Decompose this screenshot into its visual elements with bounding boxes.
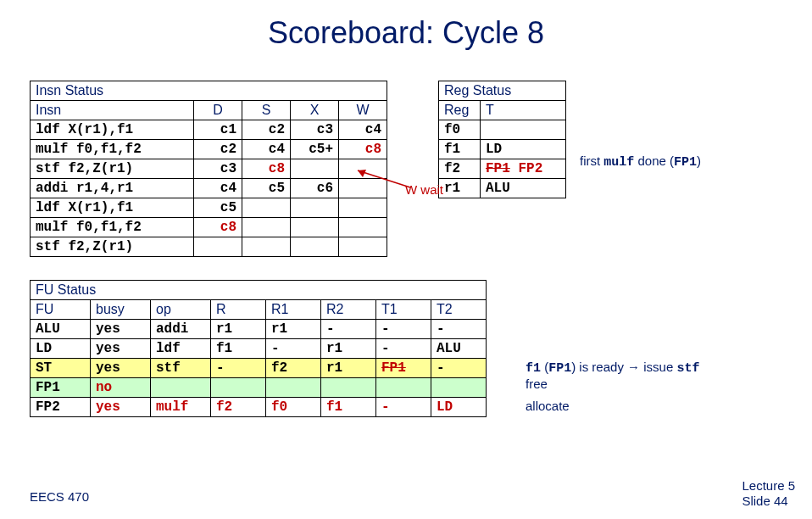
text: )	[697, 153, 701, 168]
annot-first-mulf: first mulf done (FP1)	[580, 153, 701, 170]
reg-t-new: FP2	[518, 161, 542, 176]
table-cell: FP1 FP2	[481, 159, 566, 179]
table-cell	[211, 378, 266, 398]
fu-col-op: op	[151, 300, 211, 320]
text: first	[580, 153, 603, 168]
table-cell: stf f2,Z(r1)	[31, 159, 194, 179]
annot-wwait: W wait	[405, 182, 443, 197]
table-cell: ldf X(r1),f1	[31, 198, 194, 218]
table-cell: c2	[194, 140, 242, 159]
table-cell: ST	[31, 359, 91, 378]
code: f1	[526, 361, 541, 376]
table-cell: yes	[91, 359, 151, 378]
table-cell: ldf	[151, 339, 211, 359]
table-cell: r1	[321, 339, 376, 359]
table-cell: r1	[211, 320, 266, 339]
table-cell	[376, 378, 431, 398]
table-cell: c2	[242, 120, 291, 140]
footer-right: Lecture 5 Slide 44	[742, 478, 795, 509]
table-cell: mulf f0,f1,f2	[31, 140, 194, 159]
table-cell: f2	[266, 359, 321, 378]
insn-col-x: X	[291, 101, 339, 120]
table-cell: LD	[431, 398, 487, 417]
code: mulf	[603, 155, 634, 170]
table-cell: f0	[439, 120, 481, 140]
footer-slide: Slide 44	[742, 494, 795, 509]
annot-st-issue: f1 (FP1) is ready → issue stf	[526, 360, 699, 377]
table-cell	[194, 237, 242, 257]
table-cell: c1	[194, 120, 242, 140]
reg-status-table: Reg Status Reg T f0 f1 LD f2 FP1 FP2 r1 …	[438, 81, 566, 198]
table-cell: c4	[242, 140, 291, 159]
table-cell: -	[431, 359, 487, 378]
table-cell: -	[211, 359, 266, 378]
table-cell: c3	[194, 159, 242, 179]
table-cell: c5+	[291, 140, 339, 159]
table-cell	[339, 218, 387, 237]
table-cell	[291, 159, 339, 179]
table-cell: FP1	[376, 359, 431, 378]
text: ) is ready	[571, 360, 627, 374]
table-cell: yes	[91, 398, 151, 417]
table-cell: c6	[291, 179, 339, 198]
table-cell	[242, 237, 291, 257]
table-cell	[431, 378, 487, 398]
table-cell: r1	[266, 320, 321, 339]
table-cell: ALU	[31, 320, 91, 339]
table-cell: stf f2,Z(r1)	[31, 237, 194, 257]
table-cell	[291, 218, 339, 237]
table-cell: c8	[194, 218, 242, 237]
table-cell: -	[376, 339, 431, 359]
table-cell: r1	[439, 179, 481, 198]
code: FP1	[674, 155, 697, 170]
fu-col-t2: T2	[431, 300, 487, 320]
table-cell: addi	[151, 320, 211, 339]
table-cell: yes	[91, 320, 151, 339]
table-cell: -	[376, 320, 431, 339]
table-cell: ALU	[431, 339, 487, 359]
table-cell	[266, 378, 321, 398]
table-cell: f1	[211, 339, 266, 359]
table-cell	[151, 378, 211, 398]
table-cell: c5	[194, 198, 242, 218]
table-cell: ldf X(r1),f1	[31, 120, 194, 140]
table-cell	[291, 198, 339, 218]
svg-line-0	[358, 170, 410, 187]
insn-col-s: S	[242, 101, 291, 120]
table-cell: FP1	[31, 378, 91, 398]
insn-col-w: W	[339, 101, 387, 120]
table-cell: f1	[439, 140, 481, 159]
footer-lecture: Lecture 5	[742, 478, 795, 494]
table-cell: -	[266, 339, 321, 359]
reg-t-old: FP1	[486, 161, 510, 176]
table-cell	[321, 378, 376, 398]
annot-allocate: allocate	[526, 399, 570, 414]
table-cell: stf	[151, 359, 211, 378]
table-cell: r1	[321, 359, 376, 378]
slide-title: Scoreboard: Cycle 8	[0, 0, 812, 51]
table-cell: LD	[31, 339, 91, 359]
table-cell: -	[376, 398, 431, 417]
fu-col-r: R	[211, 300, 266, 320]
insn-col-insn: Insn	[31, 101, 194, 120]
table-cell: f2	[439, 159, 481, 179]
insn-header: Insn Status	[31, 81, 387, 101]
reg-col-reg: Reg	[439, 101, 481, 120]
table-cell: addi r1,4,r1	[31, 179, 194, 198]
table-cell: c4	[194, 179, 242, 198]
table-cell: f2	[211, 398, 266, 417]
text: done (	[634, 153, 674, 168]
code: FP1	[548, 361, 571, 376]
table-cell: c5	[242, 179, 291, 198]
fu-col-t1: T1	[376, 300, 431, 320]
table-cell	[242, 218, 291, 237]
table-cell	[242, 198, 291, 218]
fu-status-table: FU Status FU busy op R R1 R2 T1 T2 ALU y…	[30, 280, 487, 417]
table-cell: c3	[291, 120, 339, 140]
insn-col-d: D	[194, 101, 242, 120]
table-cell: c4	[339, 120, 387, 140]
reg-col-t: T	[481, 101, 566, 120]
table-cell: mulf f0,f1,f2	[31, 218, 194, 237]
table-cell: -	[431, 320, 487, 339]
code: stf	[676, 361, 699, 376]
